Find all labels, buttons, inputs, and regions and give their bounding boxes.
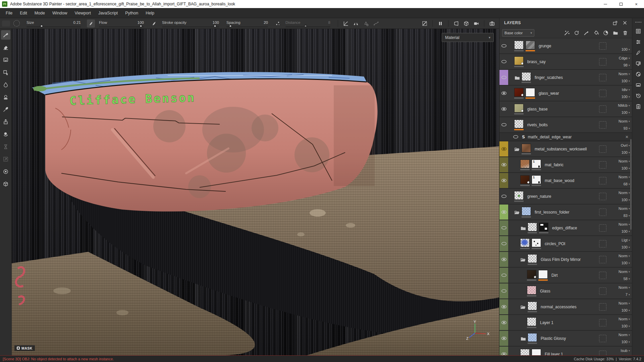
spacing-slider[interactable]: Spacing 20 (224, 19, 271, 28)
blend-mode-select[interactable]: Llgt▾ (622, 238, 630, 242)
anchor-slot[interactable] (599, 145, 606, 153)
layer-thumbnail[interactable] (520, 238, 530, 247)
effect-row[interactable]: Smatfx_detail_edge_wear✕ (499, 133, 632, 141)
blend-mode-select[interactable]: Ovrl▾ (621, 143, 630, 147)
visibility-toggle[interactable] (501, 241, 507, 246)
visibility-toggle[interactable] (501, 352, 507, 355)
pause-icon[interactable] (436, 19, 444, 28)
opacity-control[interactable]: 100▾ (622, 47, 630, 51)
mask-thumbnail[interactable] (539, 223, 548, 231)
mask-thumbnail[interactable] (532, 349, 541, 356)
shader-settings-icon[interactable] (634, 70, 643, 79)
blend-mode-select[interactable]: Norm▾ (619, 333, 630, 337)
geometry-mask-tool[interactable] (1, 179, 10, 189)
folder-open-icon[interactable] (514, 146, 520, 152)
smudge-tool[interactable] (1, 80, 10, 89)
layer-thumbnail[interactable] (520, 349, 530, 356)
flow-value[interactable]: 100 (138, 20, 144, 25)
anchor-slot[interactable] (599, 74, 606, 81)
no-selection-icon[interactable] (421, 19, 429, 28)
menu-item-window[interactable]: Window (49, 8, 71, 18)
size-value[interactable]: 0.21 (73, 20, 81, 25)
layer-row[interactable]: glass_baseNMcb▾100▾ (499, 101, 632, 117)
blend-mode-select[interactable]: Norm▾ (619, 222, 630, 226)
visibility-toggle[interactable] (501, 226, 507, 230)
scale-box-tool[interactable] (1, 154, 10, 164)
layer-row[interactable]: glass_wearIdiv▾100▾ (499, 86, 632, 101)
blend-mode-select[interactable]: Norm▾ (619, 72, 630, 76)
opacity-control[interactable]: 100▾ (622, 229, 630, 233)
opacity-control[interactable]: 83▾ (624, 214, 630, 218)
layer-row[interactable]: grunge▾100▾ (499, 38, 632, 54)
blend-mode-select[interactable]: Isub▾ (621, 349, 630, 353)
display-settings-icon[interactable] (634, 59, 643, 68)
visibility-toggle[interactable] (501, 320, 507, 325)
blend-mode-select[interactable]: NMcb▾ (618, 103, 630, 107)
anchor-slot[interactable] (599, 303, 606, 311)
layer-thumbnail[interactable] (526, 41, 535, 49)
layer-row[interactable]: Glass Film Dirty MirrorNorm▾100▾ (499, 252, 632, 268)
clone-stamp-tool[interactable] (1, 92, 10, 102)
video-camera-icon[interactable] (472, 19, 480, 28)
menu-item-viewport[interactable]: Viewport (71, 8, 94, 18)
layer-thumbnail[interactable] (522, 72, 531, 81)
scrollbar-thumb[interactable] (630, 139, 632, 230)
paint-layer-brush-icon[interactable] (582, 29, 590, 37)
layer-row[interactable]: Layer 1Norm▾100▾ (499, 315, 632, 331)
menu-item-mode[interactable]: Mode (31, 8, 49, 18)
anchor-slot[interactable] (599, 42, 606, 50)
anchor-slot[interactable] (599, 256, 606, 263)
lazy-mouse-icon[interactable] (372, 19, 380, 28)
opacity-control[interactable]: 58▾ (624, 277, 630, 281)
folder-closed-icon[interactable] (520, 336, 526, 341)
anchor-slot[interactable] (599, 121, 606, 129)
minimize-button[interactable] (598, 0, 613, 8)
3d-viewport[interactable]: Clifface Benson Material ▾ MASK (12, 29, 499, 355)
layer-thumbnail[interactable] (520, 160, 530, 168)
folder-closed-icon[interactable] (520, 225, 526, 231)
close-button[interactable]: × (629, 0, 644, 8)
layer-thumbnail[interactable] (514, 120, 524, 128)
visibility-toggle[interactable] (501, 163, 507, 167)
visibility-toggle[interactable] (501, 178, 507, 183)
anchor-slot[interactable] (599, 287, 606, 295)
texture-set-icon[interactable] (634, 81, 643, 89)
layer-row[interactable]: DirtNorm▾58▾ (499, 268, 632, 283)
anchor-slot[interactable] (599, 193, 606, 200)
mask-thumbnail[interactable] (526, 88, 535, 97)
menu-item-file[interactable]: File (2, 8, 16, 18)
projection-tool[interactable] (1, 55, 10, 64)
size-track[interactable] (26, 27, 81, 27)
folder-open-icon[interactable] (520, 257, 526, 262)
log-icon[interactable] (634, 102, 643, 111)
polygon-fill-tool[interactable] (1, 67, 10, 77)
visibility-toggle[interactable] (501, 336, 507, 341)
visibility-toggle[interactable] (501, 107, 507, 111)
opacity-control[interactable]: 7▾ (626, 292, 630, 297)
camera-icon[interactable] (488, 19, 496, 28)
layer-row[interactable]: first_lessons_folderNorm▾83▾ (499, 205, 632, 220)
layer-row[interactable]: brass_sayCdge▾98▾ (499, 54, 632, 70)
remove-effect-icon[interactable]: ✕ (625, 135, 629, 139)
visibility-toggle[interactable] (513, 135, 519, 139)
brush-stamp-preview-icon[interactable] (13, 20, 20, 27)
visibility-toggle[interactable] (501, 289, 507, 293)
opacity-control[interactable]: 100▾ (622, 198, 630, 202)
stroke-opacity-value[interactable]: 100 (213, 20, 219, 25)
layer-row[interactable]: Fill layer 1Isub▾▾ (499, 347, 632, 355)
mask-thumbnail[interactable] (538, 270, 548, 279)
add-folder-icon[interactable] (611, 29, 620, 37)
flow-slider[interactable]: Flow 100 (96, 19, 147, 28)
layer-thumbnail[interactable] (520, 175, 530, 184)
visibility-toggle[interactable] (501, 123, 507, 127)
layer-row[interactable]: Plastic GlossyNorm▾100▾ (499, 331, 632, 347)
anchor-slot[interactable] (599, 161, 606, 169)
folder-open-icon[interactable] (514, 210, 520, 215)
menu-item-python[interactable]: Python (121, 8, 142, 18)
layer-row[interactable]: finger_scatchesNorm▾100▾ (499, 70, 632, 86)
layers-panel-icon[interactable] (634, 27, 643, 36)
blend-mode-select[interactable]: Norm▾ (619, 207, 630, 211)
layer-thumbnail[interactable] (514, 56, 524, 65)
fill-bucket-icon[interactable] (592, 29, 600, 37)
size-slider[interactable]: Size 0.21 (24, 19, 84, 28)
